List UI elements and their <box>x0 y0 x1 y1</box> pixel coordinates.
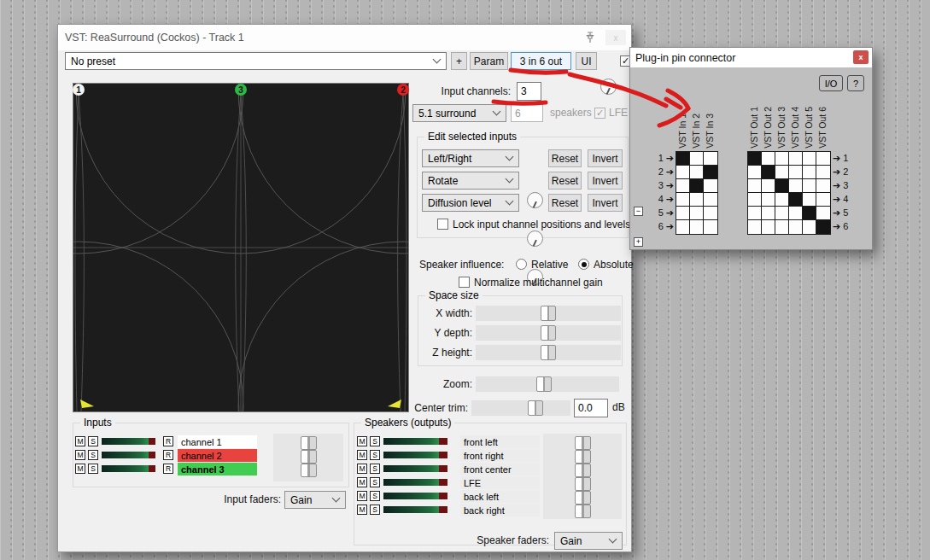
pin-cell[interactable] <box>676 207 690 220</box>
speaker-channel-label[interactable]: front left <box>460 435 540 448</box>
pin-cell[interactable] <box>803 193 816 207</box>
param-button[interactable]: Param <box>470 52 508 70</box>
surround-panner-display[interactable]: 1 3 2 <box>73 83 409 412</box>
input-mute-button[interactable]: M <box>75 450 85 460</box>
speaker-solo-button[interactable]: S <box>370 491 380 501</box>
speaker-mute-button[interactable]: M <box>357 477 367 487</box>
y-depth-thumb[interactable] <box>541 325 556 341</box>
invert-button-2[interactable]: Invert <box>588 172 623 190</box>
vst-titlebar[interactable]: VST: ReaSurround (Cockos) - Track 1 x <box>58 25 631 50</box>
pin-cell[interactable] <box>690 220 704 234</box>
input-mute-button[interactable]: M <box>75 436 85 446</box>
pin-cell[interactable] <box>704 207 717 220</box>
pin-cell[interactable] <box>816 179 830 193</box>
pin-cell[interactable] <box>803 207 816 220</box>
lock-positions-checkbox[interactable] <box>437 219 448 230</box>
invert-button-1[interactable]: Invert <box>588 149 623 167</box>
pin-cell[interactable] <box>748 152 762 166</box>
pin-cell[interactable] <box>748 220 762 234</box>
surround-mode-dropdown[interactable]: 5.1 surround <box>412 104 506 122</box>
pin-close-button[interactable]: x <box>853 50 869 64</box>
pin-cell[interactable] <box>704 193 717 207</box>
vst-close-button[interactable]: x <box>605 30 626 45</box>
pin-cell[interactable] <box>789 166 803 179</box>
pin-cell[interactable] <box>775 220 789 234</box>
pin-cell[interactable] <box>690 152 704 166</box>
pin-cell[interactable] <box>775 193 789 207</box>
z-height-thumb[interactable] <box>541 345 556 360</box>
input-mute-button[interactable]: M <box>75 464 85 474</box>
pin-cell[interactable] <box>704 179 717 193</box>
pin-connector-button[interactable]: 3 in 6 out <box>511 52 571 70</box>
pin-cell[interactable] <box>775 207 789 220</box>
pin-cell[interactable] <box>762 179 775 193</box>
input-solo-button[interactable]: S <box>88 464 98 474</box>
pin-cell[interactable] <box>690 193 704 207</box>
fader-thumb[interactable] <box>575 436 591 450</box>
edit-param-dropdown-3[interactable]: Diffusion level <box>422 194 519 212</box>
input-rec-button[interactable]: R <box>163 464 173 474</box>
pin-cell[interactable] <box>690 207 704 220</box>
speaker-fader-panel[interactable] <box>543 434 622 519</box>
pin-cell[interactable] <box>762 193 775 207</box>
pin-cell[interactable] <box>762 166 775 179</box>
zoom-slider[interactable] <box>476 376 619 392</box>
pin-cell[interactable] <box>803 166 816 179</box>
pin-cell[interactable] <box>789 179 803 193</box>
pushpin-icon[interactable] <box>583 31 597 44</box>
preset-dropdown[interactable]: No preset <box>65 52 447 70</box>
reset-button-3[interactable]: Reset <box>548 194 582 212</box>
fader-thumb[interactable] <box>301 464 317 477</box>
speaker-solo-button[interactable]: S <box>370 477 380 487</box>
invert-button-3[interactable]: Invert <box>588 194 623 212</box>
x-width-slider[interactable] <box>476 306 621 321</box>
input-channels-field[interactable]: 3 <box>517 82 541 101</box>
x-width-thumb[interactable] <box>541 306 556 321</box>
fader-thumb[interactable] <box>575 477 591 491</box>
pin-cell[interactable] <box>789 152 803 166</box>
pin-cell[interactable] <box>803 179 816 193</box>
pin-cell[interactable] <box>762 220 775 234</box>
fader-thumb[interactable] <box>575 450 591 464</box>
speaker-faders-dropdown[interactable]: Gain <box>554 532 623 550</box>
speaker-solo-button[interactable]: S <box>370 450 380 460</box>
pin-cell[interactable] <box>803 220 816 234</box>
pin-cell[interactable] <box>775 152 789 166</box>
speaker-solo-button[interactable]: S <box>370 436 380 446</box>
pin-cell[interactable] <box>762 152 775 166</box>
speaker-channel-label[interactable]: back right <box>460 504 540 516</box>
speaker-solo-button[interactable]: S <box>370 505 380 515</box>
speaker-mute-button[interactable]: M <box>357 505 367 515</box>
center-trim-slider[interactable] <box>471 400 570 416</box>
center-trim-field[interactable]: 0.0 <box>574 399 608 417</box>
speaker-channel-label[interactable]: back left <box>460 490 540 503</box>
pin-cell[interactable] <box>690 166 704 179</box>
input-solo-button[interactable]: S <box>88 436 98 446</box>
edit-param-dropdown-2[interactable]: Rotate <box>422 172 519 190</box>
fader-thumb[interactable] <box>301 436 317 450</box>
pin-cell[interactable] <box>748 193 762 207</box>
pin-cell[interactable] <box>762 207 775 220</box>
z-height-slider[interactable] <box>476 345 621 360</box>
pin-cell[interactable] <box>676 166 690 179</box>
pin-cell[interactable] <box>816 220 830 234</box>
ui-button[interactable]: UI <box>576 52 597 70</box>
wet-dry-knob[interactable] <box>600 79 617 95</box>
y-depth-slider[interactable] <box>476 325 621 341</box>
speaker-mute-button[interactable]: M <box>357 464 367 474</box>
io-options-button[interactable]: I/O <box>819 75 843 91</box>
pin-cell[interactable] <box>816 152 830 166</box>
speaker-channel-label[interactable]: front center <box>460 463 540 475</box>
pin-cell[interactable] <box>704 152 717 166</box>
pin-cell[interactable] <box>789 207 803 220</box>
edit-param-dropdown-1[interactable]: Left/Right <box>422 149 519 167</box>
pin-cell[interactable] <box>704 220 717 234</box>
fader-thumb[interactable] <box>575 505 591 518</box>
pin-cell[interactable] <box>676 152 690 166</box>
fader-thumb[interactable] <box>575 464 591 477</box>
edit-knob-1[interactable] <box>527 192 543 208</box>
relative-radio[interactable] <box>516 259 527 270</box>
fader-thumb[interactable] <box>301 450 317 464</box>
input-rec-button[interactable]: R <box>163 450 173 460</box>
pin-cell[interactable] <box>676 193 690 207</box>
